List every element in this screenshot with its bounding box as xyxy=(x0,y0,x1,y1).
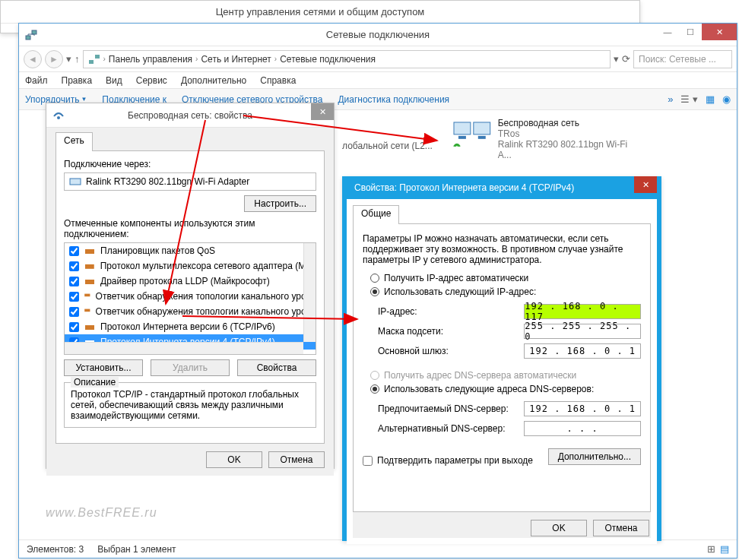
tiles-view-icon[interactable]: ▤ xyxy=(720,543,729,555)
nav-bar: ◄ ► ▾ ↑ › Панель управления › Сеть и Инт… xyxy=(19,46,737,72)
component-checkbox[interactable] xyxy=(69,277,79,286)
dns2-field[interactable]: . . . xyxy=(524,421,641,436)
checkbox-icon[interactable] xyxy=(363,456,373,466)
components-label: Отмеченные компоненты используются этим … xyxy=(64,218,316,239)
subnet-mask-field[interactable]: 255 . 255 . 255 . 0 xyxy=(524,324,641,339)
props-ok-button[interactable]: OK xyxy=(206,451,262,468)
component-checkbox[interactable] xyxy=(69,307,79,317)
component-checkbox[interactable] xyxy=(69,261,79,271)
component-label: Ответчик обнаружения топологии канальног… xyxy=(96,291,311,302)
radio-icon xyxy=(370,274,379,283)
radio-static-dns[interactable]: Использовать следующие адреса DNS-сервер… xyxy=(370,384,641,394)
help-icon[interactable]: ◉ xyxy=(722,93,731,105)
menu-edit[interactable]: Правка xyxy=(62,75,93,86)
component-checkbox[interactable] xyxy=(69,292,79,302)
svg-rect-15 xyxy=(85,325,94,330)
wireless-icon xyxy=(52,109,65,121)
install-button[interactable]: Установить... xyxy=(64,359,143,376)
partial-item-text: лобальной сети (L2... xyxy=(342,141,433,151)
menu-view[interactable]: Вид xyxy=(106,75,122,86)
mask-label: Маска подсети: xyxy=(378,326,516,337)
dns1-field[interactable]: 192 . 168 . 0 . 1 xyxy=(524,401,641,416)
up-button[interactable]: ↑ xyxy=(75,53,80,65)
component-row[interactable]: Протокол мультиплексора сетевого адаптер… xyxy=(65,258,316,274)
minimize-button[interactable]: — xyxy=(656,24,679,40)
complist-scrollbar-v[interactable] xyxy=(303,243,316,342)
view-mode-icon[interactable]: ☰ ▾ xyxy=(680,93,698,105)
network-center-title: Центр управления сетями и общим доступом xyxy=(216,6,425,17)
titlebar-network-center: Центр управления сетями и общим доступом xyxy=(1,1,639,24)
menu-service[interactable]: Сервис xyxy=(136,75,167,86)
ipv4-intro-text: Параметры IP можно назначать автоматичес… xyxy=(363,233,641,265)
toolbar-diagnose[interactable]: Диагностика подключения xyxy=(338,94,449,105)
ipv4-close-button[interactable]: ✕ xyxy=(634,176,657,193)
forward-button[interactable]: ► xyxy=(45,50,63,68)
tab-network[interactable]: Сеть xyxy=(56,132,93,151)
component-row[interactable]: Ответчик обнаружения топологии канальног… xyxy=(65,289,316,304)
network-icon xyxy=(25,29,37,41)
menu-file[interactable]: Файл xyxy=(25,75,48,86)
protocol-icon xyxy=(84,290,91,302)
dns1-label: Предпочитаемый DNS-сервер: xyxy=(378,403,516,414)
radio-auto-dns: Получить адрес DNS-сервера автоматически xyxy=(370,370,641,381)
menu-advanced[interactable]: Дополнительно xyxy=(181,75,246,86)
svg-rect-10 xyxy=(85,249,94,254)
view-dropdown-icon[interactable]: » xyxy=(668,93,673,105)
network-item-title: Беспроводная сеть xyxy=(498,118,642,128)
adapter-name-field: Ralink RT3290 802.11bgn Wi-Fi Adapter xyxy=(64,172,316,191)
description-group: Описание Протокол TCP/IP - стандартный п… xyxy=(64,382,316,428)
ipv4-properties-dialog: Свойства: Протокол Интернета версии 4 (T… xyxy=(342,176,661,541)
props-close-button[interactable]: ✕ xyxy=(311,103,334,120)
menu-bar: Файл Правка Вид Сервис Дополнительно Спр… xyxy=(19,72,737,89)
component-label: Протокол мультиплексора сетевого адаптер… xyxy=(100,261,311,271)
protocol-icon xyxy=(84,305,91,318)
component-label: Драйвер протокола LLDP (Майкрософт) xyxy=(100,276,270,286)
breadcrumb[interactable]: › Панель управления › Сеть и Интернет › … xyxy=(83,50,611,68)
crumb-2[interactable]: Сетевые подключения xyxy=(280,54,376,65)
ip-address-field[interactable]: 192 . 168 . 0 . 117 xyxy=(524,304,641,319)
crumb-1[interactable]: Сеть и Интернет xyxy=(201,54,271,65)
components-list[interactable]: Планировщик пакетов QoSПротокол мультипл… xyxy=(64,242,316,355)
advanced-button[interactable]: Дополнительно... xyxy=(548,448,641,465)
protocol-icon xyxy=(84,321,96,333)
ipv4-cancel-button[interactable]: Отмена xyxy=(593,520,649,536)
radio-icon xyxy=(370,384,379,394)
ipv4-tab-general[interactable]: Общие xyxy=(353,205,399,224)
recent-dropdown-icon[interactable]: ▾ xyxy=(66,53,71,65)
refresh-icon[interactable]: ⟳ xyxy=(622,53,630,65)
network-item-wireless[interactable]: Беспроводная сеть TRos Ralink RT3290 802… xyxy=(452,118,642,160)
details-view-icon[interactable]: ⊞ xyxy=(707,543,715,555)
address-dropdown-icon[interactable]: ▾ xyxy=(614,53,619,65)
protocol-icon xyxy=(84,275,96,287)
svg-rect-7 xyxy=(478,136,486,139)
window-controls: — ☐ ✕ xyxy=(656,24,737,40)
menu-help[interactable]: Справка xyxy=(260,75,296,86)
crumb-0[interactable]: Панель управления xyxy=(109,54,192,65)
wireless-adapter-icon xyxy=(452,118,492,148)
component-row[interactable]: Ответчик обнаружения топологии канальног… xyxy=(65,304,316,319)
gateway-field[interactable]: 192 . 168 . 0 . 1 xyxy=(524,343,641,359)
svg-rect-13 xyxy=(84,294,90,297)
props-title: Беспроводная сеть: свойства xyxy=(128,110,252,121)
search-input[interactable]: Поиск: Сетевые ... xyxy=(633,50,732,68)
close-button[interactable]: ✕ xyxy=(702,24,737,40)
back-button[interactable]: ◄ xyxy=(24,50,42,68)
complist-scrollbar-h[interactable] xyxy=(65,342,303,354)
component-row[interactable]: Драйвер протокола LLDP (Майкрософт) xyxy=(65,274,316,289)
maximize-button[interactable]: ☐ xyxy=(679,24,702,40)
component-label: Протокол Интернета версии 6 (TCP/IPv6) xyxy=(100,321,275,332)
configure-button[interactable]: Настроить... xyxy=(244,195,316,212)
confirm-on-exit-checkbox[interactable]: Подтвердить параметры при выходе xyxy=(363,455,533,466)
component-checkbox[interactable] xyxy=(69,322,79,332)
radio-static-ip[interactable]: Использовать следующий IP-адрес: xyxy=(370,286,641,297)
component-row[interactable]: Планировщик пакетов QoS xyxy=(65,243,316,258)
radio-auto-ip[interactable]: Получить IP-адрес автоматически xyxy=(370,273,641,283)
ipv4-ok-button[interactable]: OK xyxy=(531,520,587,536)
props-cancel-button[interactable]: Отмена xyxy=(268,451,325,468)
preview-pane-icon[interactable]: ▦ xyxy=(706,93,715,105)
component-checkbox[interactable] xyxy=(69,246,79,256)
component-row[interactable]: Протокол Интернета версии 6 (TCP/IPv6) xyxy=(65,319,316,334)
watermark: www.BestFREE.ru xyxy=(46,506,157,520)
component-properties-button[interactable]: Свойства xyxy=(237,359,316,376)
ipv4-titlebar: Свойства: Протокол Интернета версии 4 (T… xyxy=(347,176,657,199)
